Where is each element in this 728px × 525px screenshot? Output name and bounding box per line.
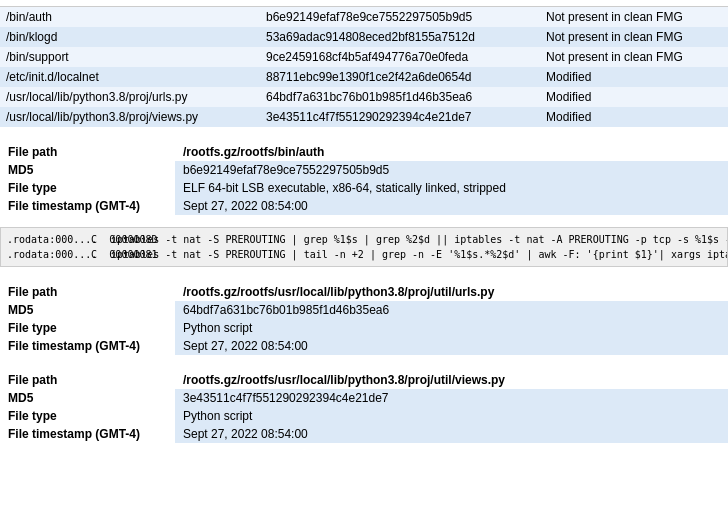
summary-table: /bin/authb6e92149efaf78e9ce7552297505b9d… [0,0,728,127]
cell-notes: Modified [540,87,728,107]
cell-filepath: /usr/local/lib/python3.8/proj/urls.py [0,87,260,107]
detail-row-label: MD5 [0,161,175,179]
detail-row-value: Sept 27, 2022 08:54:00 [175,425,728,443]
detail-row-value: 3e43511c4f7f551290292394c4e21de7 [175,389,728,407]
detail-row: MD5b6e92149efaf78e9ce7552297505b9d5 [0,161,728,179]
detail-row-value: ELF 64-bit LSB executable, x86-64, stati… [175,179,728,197]
detail-block-2: File path/rootfs.gz/rootfs/usr/local/lib… [0,279,728,355]
detail-title-row: File path/rootfs.gz/rootfs/usr/local/lib… [0,279,728,301]
table-row: /etc/init.d/localnet88711ebc99e1390f1ce2… [0,67,728,87]
cell-md5: 53a69adac914808eced2bf8155a7512d [260,27,540,47]
table-row: /bin/authb6e92149efaf78e9ce7552297505b9d… [0,7,728,28]
detail-row-label: File timestamp (GMT-4) [0,337,175,355]
code-text: iptables -t nat -S PREROUTING | tail -n … [111,247,728,262]
detail-row-label: File type [0,319,175,337]
cell-notes: Not present in clean FMG [540,27,728,47]
cell-md5: 9ce2459168cf4b5af494776a70e0feda [260,47,540,67]
detail-row-value: Python script [175,319,728,337]
detail-label: File path [0,367,175,389]
code-addr: .rodata:000.... 00000081 [7,247,87,262]
cell-md5: 64bdf7a631bc76b01b985f1d46b35ea6 [260,87,540,107]
detail-value: /rootfs.gz/rootfs/usr/local/lib/python3.… [175,279,728,301]
detail-row-label: File type [0,407,175,425]
cell-md5: 3e43511c4f7f551290292394c4e21de7 [260,107,540,127]
detail-row: MD564bdf7a631bc76b01b985f1d46b35ea6 [0,301,728,319]
detail-row: File typePython script [0,407,728,425]
cell-filepath: /usr/local/lib/python3.8/proj/views.py [0,107,260,127]
table-row: /bin/klogd53a69adac914808eced2bf8155a751… [0,27,728,47]
cell-filepath: /etc/init.d/localnet [0,67,260,87]
cell-md5: b6e92149efaf78e9ce7552297505b9d5 [260,7,540,28]
detail-row-value: Sept 27, 2022 08:54:00 [175,197,728,215]
detail-title-row: File path/rootfs.gz/rootfs/usr/local/lib… [0,367,728,389]
code-type: C [91,247,107,262]
detail-row-value: Python script [175,407,728,425]
detail-row-value: Sept 27, 2022 08:54:00 [175,337,728,355]
detail-block-1: File path/rootfs.gz/rootfs/bin/authMD5b6… [0,139,728,215]
detail-row-label: File timestamp (GMT-4) [0,425,175,443]
detail-row-label: MD5 [0,301,175,319]
cell-md5: 88711ebc99e1390f1ce2f42a6de0654d [260,67,540,87]
detail-value: /rootfs.gz/rootfs/bin/auth [175,139,728,161]
detail-label: File path [0,279,175,301]
table-row: /bin/support9ce2459168cf4b5af494776a70e0… [0,47,728,67]
detail-label: File path [0,139,175,161]
cell-notes: Not present in clean FMG [540,7,728,28]
detail-row-value: 64bdf7a631bc76b01b985f1d46b35ea6 [175,301,728,319]
detail-row: File typePython script [0,319,728,337]
code-block: .rodata:000.... 0000008DCiptables -t nat… [0,227,728,267]
code-addr: .rodata:000.... 0000008D [7,232,87,247]
detail-row-label: MD5 [0,389,175,407]
code-line: .rodata:000.... 00000081Ciptables -t nat… [7,247,721,262]
table-row: /usr/local/lib/python3.8/proj/urls.py64b… [0,87,728,107]
detail-row: File timestamp (GMT-4)Sept 27, 2022 08:5… [0,337,728,355]
detail-row-value: b6e92149efaf78e9ce7552297505b9d5 [175,161,728,179]
detail-row: File timestamp (GMT-4)Sept 27, 2022 08:5… [0,197,728,215]
detail-value: /rootfs.gz/rootfs/usr/local/lib/python3.… [175,367,728,389]
code-text: iptables -t nat -S PREROUTING | grep %1$… [111,232,728,247]
cell-notes: Not present in clean FMG [540,47,728,67]
cell-filepath: /bin/support [0,47,260,67]
detail-row-label: File timestamp (GMT-4) [0,197,175,215]
detail-block-3: File path/rootfs.gz/rootfs/usr/local/lib… [0,367,728,443]
cell-notes: Modified [540,67,728,87]
detail-row: File timestamp (GMT-4)Sept 27, 2022 08:5… [0,425,728,443]
code-type: C [91,232,107,247]
code-line: .rodata:000.... 0000008DCiptables -t nat… [7,232,721,247]
detail-title-row: File path/rootfs.gz/rootfs/bin/auth [0,139,728,161]
cell-notes: Modified [540,107,728,127]
detail-row: File typeELF 64-bit LSB executable, x86-… [0,179,728,197]
cell-filepath: /bin/klogd [0,27,260,47]
detail-row: MD53e43511c4f7f551290292394c4e21de7 [0,389,728,407]
cell-filepath: /bin/auth [0,7,260,28]
table-row: /usr/local/lib/python3.8/proj/views.py3e… [0,107,728,127]
detail-row-label: File type [0,179,175,197]
